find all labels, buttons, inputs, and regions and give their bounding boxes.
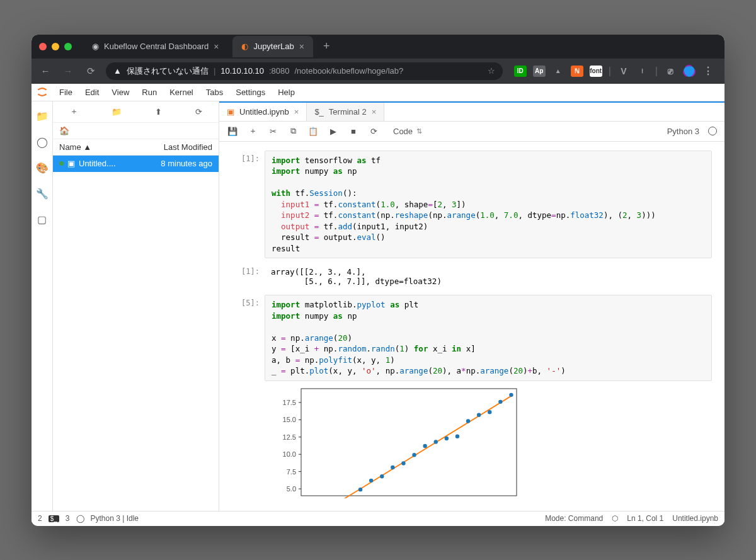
output-prompt: [1]:	[219, 263, 265, 290]
code-cell[interactable]: [1]: import tensorflow as tf import nump…	[219, 151, 724, 259]
tab-close-icon[interactable]: ×	[214, 42, 219, 52]
ext-icon-vue[interactable]: V	[617, 66, 630, 77]
breadcrumb[interactable]: 🏠	[53, 123, 219, 139]
rss-icon[interactable]: ℕ	[571, 66, 583, 77]
ext-icon-ap[interactable]: Ap	[533, 66, 546, 77]
svg-text:7.5: 7.5	[287, 467, 296, 475]
svg-point-19	[391, 465, 394, 469]
doc-tab-notebook[interactable]: ▣ Untitled.ipynb ×	[219, 103, 307, 121]
celltype-select[interactable]: Code ⇅	[393, 127, 422, 136]
browser-tab-kubeflow[interactable]: ◉ Kubeflow Central Dashboard ×	[83, 36, 227, 57]
main-panel: ▣ Untitled.ipynb × $_ Terminal 2 × 💾 ＋ ✂…	[219, 101, 724, 511]
doc-tab-terminal[interactable]: $_ Terminal 2 ×	[307, 103, 384, 121]
file-browser: ＋ 📁 ⬆ ⟳ 🏠 Name ▲ Last Modified ▣ Untitle…	[53, 101, 219, 511]
run-icon[interactable]: ▶	[328, 127, 339, 136]
menu-run[interactable]: Run	[135, 88, 163, 97]
code-input[interactable]: import tensorflow as tf import numpy as …	[265, 151, 712, 259]
restart-icon[interactable]: ⟳	[368, 127, 379, 136]
url-path: /notebook/kubeflow/hoge/lab?	[295, 66, 404, 76]
new-launcher-icon[interactable]: ＋	[70, 106, 78, 117]
nav-back-button[interactable]: ←	[38, 66, 53, 76]
chevron-updown-icon: ⇅	[416, 127, 422, 135]
doc-tab-title: Untitled.ipynb	[239, 107, 289, 117]
svg-point-20	[401, 461, 405, 465]
address-bar[interactable]: ▲ 保護されていない通信 | 10.10.10.10:8080/notebook…	[106, 62, 503, 80]
menu-file[interactable]: File	[53, 88, 79, 97]
upload-icon[interactable]: ⬆	[155, 107, 162, 117]
notebook-toolbar: 💾 ＋ ✂ ⧉ 📋 ▶ ■ ⟳ Code ⇅ Python 3	[219, 122, 724, 142]
maximize-window-button[interactable]	[64, 43, 72, 50]
kernel-icon[interactable]: ◯	[76, 514, 84, 523]
traffic-lights	[39, 43, 72, 50]
stop-icon[interactable]: ■	[348, 127, 359, 136]
menubar: File Edit View Run Kernel Tabs Settings …	[32, 84, 724, 101]
ext-icon-fonts[interactable]: font	[590, 66, 602, 77]
input-prompt: [1]:	[219, 151, 265, 259]
svg-text:12.5: 12.5	[283, 433, 296, 440]
nav-reload-button[interactable]: ⟳	[83, 66, 98, 77]
chrome-top: ◉ Kubeflow Central Dashboard × ◐ Jupyter…	[32, 35, 724, 84]
svg-text:5.0: 5.0	[287, 485, 296, 493]
new-tab-button[interactable]: +	[318, 40, 335, 53]
terminal-icon[interactable]: $_	[49, 515, 59, 522]
close-tab-icon[interactable]: ×	[294, 107, 299, 117]
ext-icon-drive[interactable]: ▲	[552, 66, 564, 77]
menu-view[interactable]: View	[105, 88, 135, 97]
code-input[interactable]: import matplotlib.pyplot as plt import n…	[265, 295, 712, 381]
sb-cursor[interactable]: Ln 1, Col 1	[627, 514, 663, 523]
url-port: :8080	[269, 66, 290, 76]
menu-edit[interactable]: Edit	[79, 88, 105, 97]
kernel-status-icon[interactable]	[708, 127, 717, 135]
menu-help[interactable]: Help	[272, 88, 301, 97]
tab-title: Kubeflow Central Dashboard	[104, 42, 209, 51]
ext-icon-misc[interactable]: ⁞	[636, 66, 649, 77]
kernel-name[interactable]: Python 3	[667, 127, 699, 136]
refresh-icon[interactable]: ⟳	[195, 107, 202, 117]
menu-settings[interactable]: Settings	[229, 88, 272, 97]
svg-point-22	[423, 443, 427, 447]
jupyter-logo[interactable]	[32, 86, 53, 98]
folder-icon[interactable]: 📁	[36, 110, 49, 122]
sb-kernel-status[interactable]: Python 3 | Idle	[91, 514, 139, 523]
chrome-menu-icon[interactable]: ⋮	[702, 66, 714, 77]
sb-tabs-count[interactable]: 2	[38, 514, 42, 523]
menu-tabs[interactable]: Tabs	[200, 88, 229, 97]
wrench-icon[interactable]: 🔧	[36, 188, 49, 200]
notebook-area[interactable]: [1]: import tensorflow as tf import nump…	[219, 142, 724, 511]
col-modified[interactable]: Last Modified	[164, 142, 212, 152]
url-host: 10.10.10.10	[220, 66, 264, 76]
insert-cell-icon[interactable]: ＋	[247, 125, 258, 137]
new-folder-icon[interactable]: 📁	[112, 107, 122, 117]
left-rail: 📁 ◯ 🎨 🔧 ▢	[32, 101, 53, 511]
menu-kernel[interactable]: Kernel	[163, 88, 200, 97]
doc-tab-title: Terminal 2	[329, 107, 367, 117]
close-tab-icon[interactable]: ×	[372, 107, 377, 117]
browser-tab-jupyterlab[interactable]: ◐ JupyterLab ×	[232, 36, 313, 57]
tabs-icon[interactable]: ▢	[37, 214, 47, 226]
sb-terms-count[interactable]: 3	[66, 514, 70, 523]
paste-icon[interactable]: 📋	[307, 127, 319, 136]
commands-icon[interactable]: 🎨	[36, 162, 49, 174]
profile-avatar[interactable]	[683, 66, 696, 77]
minimize-window-button[interactable]	[52, 43, 59, 50]
nav-forward-button[interactable]: →	[60, 66, 76, 76]
cut-icon[interactable]: ✂	[267, 127, 278, 136]
col-name[interactable]: Name ▲	[59, 142, 164, 152]
running-icon[interactable]: ◯	[37, 136, 48, 148]
shield-icon[interactable]: ⬡	[612, 514, 618, 523]
bookmark-icon[interactable]: ☆	[488, 66, 495, 76]
save-icon[interactable]: 💾	[227, 127, 238, 136]
ext-icon-id[interactable]: ID	[514, 66, 527, 77]
file-row[interactable]: ▣ Untitled.... 8 minutes ago	[53, 156, 219, 172]
cast-icon[interactable]: ⎚	[664, 66, 677, 77]
sb-filename[interactable]: Untitled.ipynb	[672, 514, 718, 523]
sb-mode[interactable]: Mode: Command	[545, 514, 603, 523]
globe-icon: ◉	[92, 42, 99, 51]
tab-close-icon[interactable]: ×	[299, 42, 304, 52]
terminal-icon: $_	[314, 107, 323, 117]
code-cell[interactable]: [5]: import matplotlib.pyplot as plt imp…	[219, 295, 724, 504]
svg-point-23	[434, 440, 438, 443]
fb-toolbar: ＋ 📁 ⬆ ⟳	[53, 101, 219, 123]
copy-icon[interactable]: ⧉	[287, 126, 299, 136]
close-window-button[interactable]	[39, 43, 47, 50]
